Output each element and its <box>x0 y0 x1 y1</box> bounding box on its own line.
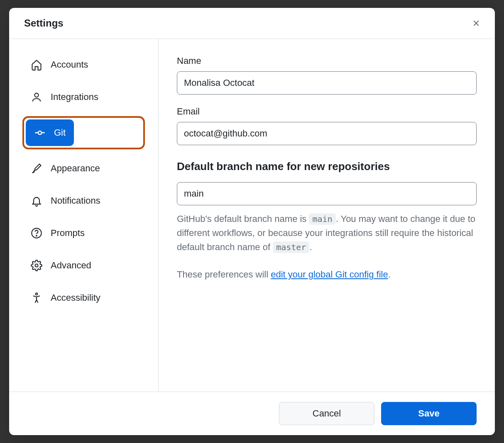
settings-modal: Settings Accounts Integrations Git <box>9 8 495 435</box>
email-input[interactable] <box>177 122 477 145</box>
sidebar-label: Git <box>54 127 66 138</box>
cancel-button[interactable]: Cancel <box>279 402 374 425</box>
sidebar-item-prompts[interactable]: Prompts <box>22 220 145 246</box>
default-branch-helper: GitHub's default branch name is main. Yo… <box>177 212 477 254</box>
sidebar-item-advanced[interactable]: Advanced <box>22 252 145 279</box>
default-branch-heading: Default branch name for new repositories <box>177 160 477 173</box>
svg-point-5 <box>36 235 37 236</box>
svg-point-7 <box>36 293 38 295</box>
home-icon <box>31 59 42 71</box>
sidebar-label: Accounts <box>51 59 88 70</box>
sidebar-item-notifications[interactable]: Notifications <box>22 187 145 214</box>
close-icon <box>472 19 481 28</box>
bell-icon <box>31 195 42 207</box>
sidebar-label: Notifications <box>51 195 100 206</box>
person-icon <box>31 91 42 103</box>
default-branch-input[interactable] <box>177 182 477 205</box>
modal-title: Settings <box>24 17 64 29</box>
email-label: Email <box>177 106 477 117</box>
svg-point-1 <box>38 131 42 134</box>
code-main: main <box>309 213 335 225</box>
preferences-note: These preferences will edit your global … <box>177 268 477 282</box>
code-master: master <box>273 241 309 253</box>
git-commit-icon <box>34 127 46 139</box>
modal-header: Settings <box>9 8 495 39</box>
sidebar-item-integrations[interactable]: Integrations <box>22 84 145 110</box>
git-config-link[interactable]: edit your global Git config file <box>271 269 388 280</box>
sidebar-item-appearance[interactable]: Appearance <box>22 155 145 182</box>
save-button[interactable]: Save <box>381 402 477 425</box>
paintbrush-icon <box>31 163 42 174</box>
sidebar-label: Prompts <box>51 228 85 239</box>
question-icon <box>31 227 42 239</box>
settings-sidebar: Accounts Integrations Git Appearance Not… <box>9 39 159 392</box>
modal-footer: Cancel Save <box>9 392 495 435</box>
sidebar-label: Appearance <box>51 163 100 174</box>
sidebar-label: Accessibility <box>51 292 100 303</box>
svg-point-6 <box>35 264 38 267</box>
name-input[interactable] <box>177 71 477 95</box>
sidebar-item-accessibility[interactable]: Accessibility <box>22 285 145 311</box>
close-button[interactable] <box>469 16 483 30</box>
sidebar-item-accounts[interactable]: Accounts <box>22 51 145 78</box>
settings-content: Name Email Default branch name for new r… <box>159 39 495 392</box>
sidebar-label: Advanced <box>51 260 91 271</box>
svg-point-0 <box>34 93 38 97</box>
name-label: Name <box>177 56 477 66</box>
sidebar-label: Integrations <box>51 92 98 102</box>
gear-icon <box>31 260 42 271</box>
sidebar-item-git-highlighted[interactable]: Git <box>22 116 145 149</box>
accessibility-icon <box>31 292 42 304</box>
modal-body: Accounts Integrations Git Appearance Not… <box>9 39 495 392</box>
